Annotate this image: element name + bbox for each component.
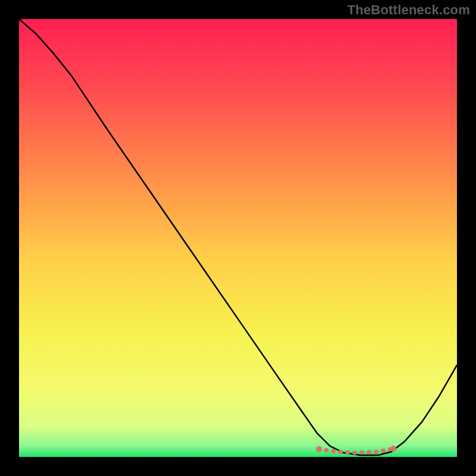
chart-svg: [19, 19, 457, 457]
highlight-endpoint: [316, 446, 322, 452]
gradient-background: [19, 19, 457, 457]
highlight-endpoint: [390, 446, 396, 452]
plot-area: [19, 19, 457, 457]
watermark-text: TheBottleneck.com: [347, 2, 470, 18]
chart-stage: TheBottleneck.com: [0, 0, 476, 476]
